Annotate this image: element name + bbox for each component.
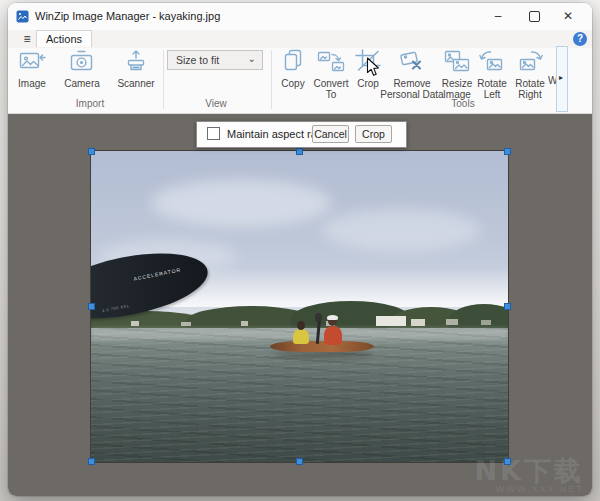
import-scanner-button[interactable]: Scanner [111, 48, 161, 89]
app-icon [16, 10, 29, 23]
crop-handle-bottom-center[interactable] [296, 458, 303, 465]
shore-building [481, 320, 491, 325]
mouse-cursor [366, 57, 380, 77]
crop-confirm-button[interactable]: Crop [355, 125, 392, 143]
cloud [151, 179, 331, 227]
import-image-button[interactable]: Image [10, 48, 54, 89]
rotate-right-icon [516, 49, 544, 77]
copy-button[interactable]: Copy [273, 48, 313, 89]
import-camera-button[interactable]: Camera [58, 48, 106, 89]
maintain-aspect-ratio-checkbox[interactable] [207, 127, 220, 140]
scanner-icon [122, 49, 150, 77]
kayaker-red-vest [324, 326, 342, 345]
kayaker-white-cap [327, 315, 338, 320]
button-label: Image [10, 78, 54, 89]
dropdown-value: Size to fit [176, 54, 219, 66]
rotate-left-button[interactable]: Rotate Left [472, 48, 512, 100]
rotate-right-button[interactable]: Rotate Right [510, 48, 550, 100]
group-label-import: Import [60, 98, 120, 109]
paddle-spec-text: 2.0 700 XXL [102, 303, 130, 313]
group-label-tools: Tools [433, 98, 493, 109]
desktop-background: WinZip Image Manager - kayaking.jpg – ✕ … [0, 0, 600, 501]
watermark: NK下载 WWW.XXX.NET [474, 457, 584, 494]
camera-icon [68, 49, 96, 77]
shore-building [241, 321, 248, 326]
cloud [321, 209, 481, 251]
shore-building [181, 322, 191, 326]
crop-handle-top-center[interactable] [296, 148, 303, 155]
photo-kayaking[interactable]: ACCELERATOR 2.0 700 XXL [91, 151, 508, 462]
ribbon-toolbar: Image Camera [8, 48, 592, 114]
button-label: Camera [58, 78, 106, 89]
kayaker-head [297, 321, 305, 330]
window-title: WinZip Image Manager - kayaking.jpg [35, 10, 220, 22]
crop-handle-bottom-left[interactable] [88, 458, 95, 465]
minimize-button[interactable]: – [480, 3, 516, 30]
crop-handle-middle-right[interactable] [504, 303, 511, 310]
shore-building [411, 319, 425, 326]
tab-actions[interactable]: Actions [36, 30, 92, 47]
editor-canvas: ACCELERATOR 2.0 700 XXL Maintain aspect … [8, 114, 592, 496]
button-label: Copy [273, 78, 313, 89]
shore-building [131, 321, 139, 326]
maximize-icon [529, 11, 540, 22]
button-label: Rotate Left [472, 78, 512, 100]
image-import-icon [18, 49, 46, 77]
held-paddle-blade [315, 313, 322, 322]
remove-personal-data-icon [398, 49, 426, 77]
maximize-button[interactable] [516, 3, 552, 30]
crop-handle-bottom-right[interactable] [504, 458, 511, 465]
crop-options-bar: Maintain aspect ratio Cancel Crop [196, 121, 407, 148]
crop-handle-top-left[interactable] [88, 148, 95, 155]
kayak-reflection [273, 351, 373, 359]
view-size-dropdown[interactable]: Size to fit ⌄ [167, 50, 263, 70]
crop-handle-middle-left[interactable] [88, 303, 95, 310]
group-label-view: View [186, 98, 246, 109]
button-label: Rotate Right [510, 78, 550, 100]
copy-icon [279, 49, 307, 77]
menu-tab-row: ≡ Actions ? [8, 30, 592, 48]
shore-building [376, 316, 406, 326]
paddle-brand-text: ACCELERATOR [133, 267, 181, 282]
ribbon-overflow-button[interactable]: ▸ [556, 46, 568, 112]
shore-building [446, 319, 458, 325]
title-bar[interactable]: WinZip Image Manager - kayaking.jpg – ✕ [8, 3, 592, 30]
kayak-hull [270, 341, 374, 352]
cancel-button[interactable]: Cancel [312, 125, 349, 143]
resize-image-icon [443, 49, 471, 77]
overflow-arrow-icon: ▸ [559, 73, 563, 82]
chevron-down-icon: ⌄ [248, 53, 256, 64]
convert-to-icon [317, 49, 345, 77]
help-button[interactable]: ? [573, 32, 587, 46]
rotate-left-icon [478, 49, 506, 77]
kayaker-yellow-vest [293, 329, 309, 344]
close-button[interactable]: ✕ [550, 3, 586, 30]
group-separator [163, 50, 164, 109]
watermark-line1: NK下载 [474, 457, 584, 484]
app-window: WinZip Image Manager - kayaking.jpg – ✕ … [8, 3, 592, 496]
group-separator [271, 50, 272, 109]
button-label: Scanner [111, 78, 161, 89]
crop-handle-top-right[interactable] [504, 148, 511, 155]
